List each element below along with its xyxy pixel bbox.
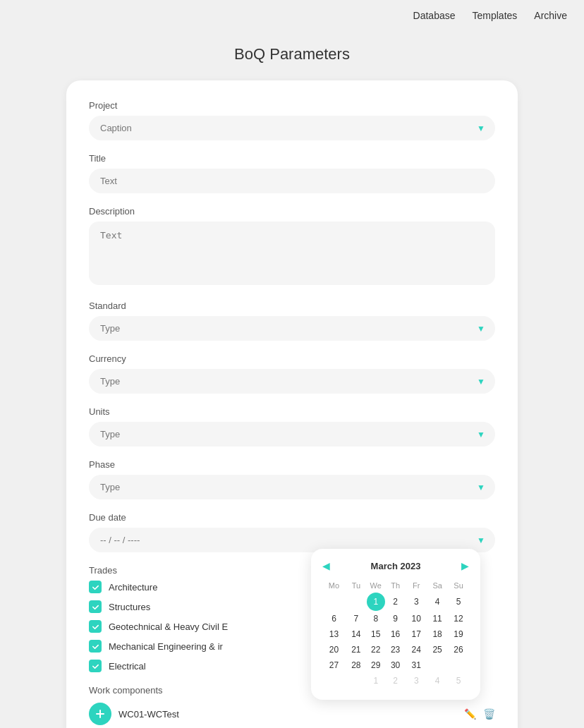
cal-day-1-4[interactable]: 10: [406, 611, 427, 626]
cal-day-0-0: [322, 593, 346, 611]
cal-day-2-0[interactable]: 13: [322, 626, 346, 642]
due-date-label: Due date: [89, 512, 495, 523]
project-input[interactable]: [89, 116, 495, 140]
cal-day-1-5[interactable]: 11: [427, 611, 448, 626]
cal-day-5-0: [322, 673, 346, 688]
project-field-group: Project ▼: [89, 100, 495, 140]
cal-day-5-5[interactable]: 4: [427, 673, 448, 688]
cal-day-5-2[interactable]: 1: [367, 673, 385, 688]
cal-day-3-6[interactable]: 26: [448, 642, 469, 657]
title-label: Title: [89, 153, 495, 164]
cal-day-5-4[interactable]: 3: [406, 673, 427, 688]
cal-day-4-6: [448, 657, 469, 673]
trade-label-0: Architecture: [109, 582, 157, 593]
standard-input[interactable]: [89, 316, 495, 341]
cal-day-2-3[interactable]: 16: [385, 626, 406, 642]
cal-day-0-4[interactable]: 3: [406, 593, 427, 611]
cal-day-0-2[interactable]: 1: [367, 593, 385, 611]
units-field-group: Units ▼: [89, 406, 495, 447]
cal-header-su: Su: [448, 578, 469, 593]
trade-checkbox-0[interactable]: [89, 581, 102, 593]
cal-week-0: 12345: [322, 593, 469, 611]
description-field-group: Description: [89, 206, 495, 288]
phase-input[interactable]: [89, 475, 495, 499]
cal-day-4-1[interactable]: 28: [346, 657, 367, 673]
cal-day-5-1: [346, 673, 367, 688]
nav-archive[interactable]: Archive: [534, 10, 567, 21]
calendar-popup: ◀ March 2023 ▶ Mo Tu We Th Fr: [198, 546, 480, 700]
currency-label: Currency: [89, 353, 495, 364]
cal-day-3-2[interactable]: 22: [367, 642, 385, 657]
cal-day-3-5[interactable]: 25: [427, 642, 448, 657]
nav-templates[interactable]: Templates: [473, 10, 518, 21]
currency-input[interactable]: [89, 369, 495, 394]
cal-day-2-5[interactable]: 18: [427, 626, 448, 642]
project-select-wrapper: ▼: [89, 116, 495, 140]
wc-add-button[interactable]: [89, 703, 111, 725]
cal-week-2: 13141516171819: [322, 626, 469, 642]
cal-header-tu: Tu: [346, 578, 367, 593]
cal-day-4-4[interactable]: 31: [406, 657, 427, 673]
standard-select-wrapper: ▼: [89, 316, 495, 341]
description-textarea[interactable]: [89, 222, 495, 285]
cal-day-4-3[interactable]: 30: [385, 657, 406, 673]
units-select-wrapper: ▼: [89, 422, 495, 447]
nav-database[interactable]: Database: [413, 10, 456, 21]
cal-day-1-2[interactable]: 8: [367, 611, 385, 626]
wc-name-0: WC01-WCTest: [118, 709, 457, 720]
standard-label: Standard: [89, 301, 495, 311]
cal-header-mo: Mo: [322, 578, 346, 593]
title-input[interactable]: [89, 169, 495, 193]
due-date-field-group: Due date ▼ ◀ March 2023 ▶ Mo: [89, 512, 495, 552]
cal-day-1-3[interactable]: 9: [385, 611, 406, 626]
cal-day-4-5: [427, 657, 448, 673]
cal-day-1-1[interactable]: 7: [346, 611, 367, 626]
wc-item-0: WC01-WCTest ✏️ 🗑️: [89, 703, 495, 725]
trade-checkbox-1[interactable]: [89, 600, 102, 613]
calendar-widget: ◀ March 2023 ▶ Mo Tu We Th Fr: [311, 549, 480, 700]
wc-delete-button-0[interactable]: 🗑️: [483, 708, 495, 720]
cal-day-2-2[interactable]: 15: [367, 626, 385, 642]
cal-header-fr: Fr: [406, 578, 427, 593]
cal-day-4-0[interactable]: 27: [322, 657, 346, 673]
phase-field-group: Phase ▼: [89, 459, 495, 499]
cal-day-3-3[interactable]: 23: [385, 642, 406, 657]
cal-header-we: We: [367, 578, 385, 593]
wc-edit-button-0[interactable]: ✏️: [464, 708, 476, 720]
cal-day-4-2[interactable]: 29: [367, 657, 385, 673]
title-field-group: Title: [89, 153, 495, 193]
cal-day-2-6[interactable]: 19: [448, 626, 469, 642]
trade-checkbox-3[interactable]: [89, 640, 102, 653]
cal-day-5-3[interactable]: 2: [385, 673, 406, 688]
calendar-days-header: Mo Tu We Th Fr Sa Su: [322, 578, 469, 593]
units-input[interactable]: [89, 422, 495, 447]
cal-day-0-6[interactable]: 5: [448, 593, 469, 611]
trade-checkbox-2[interactable]: [89, 620, 102, 633]
cal-day-1-6[interactable]: 12: [448, 611, 469, 626]
phase-label: Phase: [89, 459, 495, 470]
cal-day-0-3[interactable]: 2: [385, 593, 406, 611]
cal-day-2-1[interactable]: 14: [346, 626, 367, 642]
cal-day-5-6[interactable]: 5: [448, 673, 469, 688]
units-label: Units: [89, 406, 495, 417]
cal-header-sa: Sa: [427, 578, 448, 593]
top-nav: Database Templates Archive: [0, 0, 584, 31]
trade-label-4: Electrical: [109, 661, 146, 672]
trade-checkbox-4[interactable]: [89, 660, 102, 672]
page-title: BoQ Parameters: [234, 45, 350, 63]
calendar-grid: Mo Tu We Th Fr Sa Su 1234567891011121314…: [322, 578, 469, 688]
work-components-list: WC01-WCTest ✏️ 🗑️: [89, 703, 495, 725]
calendar-header: ◀ March 2023 ▶: [322, 560, 469, 571]
cal-day-3-4[interactable]: 24: [406, 642, 427, 657]
calendar-next-button[interactable]: ▶: [461, 560, 469, 571]
cal-day-1-0[interactable]: 6: [322, 611, 346, 626]
cal-week-3: 20212223242526: [322, 642, 469, 657]
trade-label-1: Structures: [109, 602, 150, 612]
cal-day-3-0[interactable]: 20: [322, 642, 346, 657]
cal-day-0-5[interactable]: 4: [427, 593, 448, 611]
cal-day-3-1[interactable]: 21: [346, 642, 367, 657]
currency-field-group: Currency ▼: [89, 353, 495, 394]
calendar-prev-button[interactable]: ◀: [322, 560, 330, 571]
cal-day-2-4[interactable]: 17: [406, 626, 427, 642]
standard-field-group: Standard ▼: [89, 301, 495, 341]
